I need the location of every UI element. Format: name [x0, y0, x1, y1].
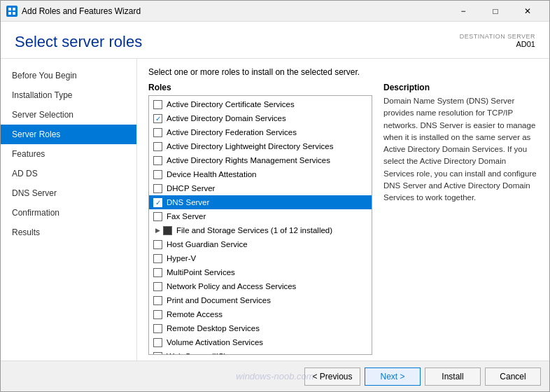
server-name: AD01	[460, 40, 535, 48]
roles-label: Roles	[148, 83, 372, 92]
next-button[interactable]: Next >	[365, 368, 421, 386]
role-checkbox	[153, 212, 162, 221]
svg-rect-0	[8, 8, 11, 10]
role-item-fax[interactable]: Fax Server	[149, 209, 372, 223]
role-label: Hyper-V	[167, 254, 196, 262]
role-checkbox	[153, 310, 162, 319]
title-bar: Add Roles and Features Wizard − □ ✕	[1, 1, 549, 22]
svg-rect-3	[13, 12, 15, 15]
description-text: Domain Name System (DNS) Server provides…	[383, 95, 538, 204]
minimize-button[interactable]: −	[447, 1, 479, 22]
role-checkbox	[153, 296, 162, 305]
role-checkbox	[153, 338, 162, 347]
svg-rect-1	[13, 8, 15, 10]
role-label: MultiPoint Services	[167, 268, 235, 276]
sidebar: Before You BeginInstallation TypeServer …	[1, 59, 137, 360]
roles-list: Active Directory Certificate ServicesAct…	[149, 96, 372, 355]
role-checkbox	[153, 100, 162, 109]
role-label: Active Directory Domain Services	[167, 114, 286, 122]
role-label: Network Policy and Access Services	[167, 282, 296, 290]
page-title: Select server roles	[15, 33, 142, 51]
footer: windows-noob.com < Previous Next > Insta…	[1, 360, 549, 391]
content-wrapper: Select server roles DESTINATION SERVER A…	[1, 22, 549, 360]
role-label: Web Server (IIS)	[167, 352, 226, 355]
role-item-hyper-v[interactable]: Hyper-V	[149, 251, 372, 265]
role-label: Active Directory Rights Management Servi…	[167, 156, 330, 164]
destination-server: DESTINATION SERVER AD01	[460, 33, 535, 48]
roles-section: Roles Active Directory Certificate Servi…	[148, 83, 372, 355]
role-item-host-guardian[interactable]: Host Guardian Service	[149, 237, 372, 251]
panel-instruction: Select one or more roles to install on t…	[137, 59, 549, 83]
roles-list-container[interactable]: Active Directory Certificate ServicesAct…	[148, 95, 372, 355]
checkbox-partial	[163, 226, 172, 235]
role-checkbox	[153, 324, 162, 333]
role-item-ad-rights[interactable]: Active Directory Rights Management Servi…	[149, 153, 372, 167]
role-checkbox	[153, 170, 162, 179]
role-label: Active Directory Certificate Services	[167, 100, 295, 108]
sidebar-item-server-selection[interactable]: Server Selection	[1, 105, 136, 125]
window-controls: − □ ✕	[447, 1, 544, 22]
main-window: Add Roles and Features Wizard − □ ✕ Sele…	[0, 0, 550, 392]
role-item-remote-access[interactable]: Remote Access	[149, 307, 372, 321]
role-item-device-health[interactable]: Device Health Attestation	[149, 167, 372, 181]
sidebar-item-server-roles[interactable]: Server Roles	[1, 125, 136, 144]
role-label: DHCP Server	[167, 184, 215, 192]
role-checkbox	[153, 142, 162, 151]
role-label: Device Health Attestation	[167, 170, 257, 178]
role-label: Volume Activation Services	[167, 338, 263, 346]
destination-label: DESTINATION SERVER	[460, 33, 535, 40]
role-item-web-server[interactable]: Web Server (IIS)	[149, 349, 372, 355]
role-item-network-policy[interactable]: Network Policy and Access Services	[149, 279, 372, 293]
role-label: DNS Server	[167, 198, 209, 206]
window-title: Add Roles and Features Wizard	[22, 6, 447, 16]
role-item-file-storage[interactable]: ▶File and Storage Services (1 of 12 inst…	[149, 223, 372, 237]
sidebar-item-results[interactable]: Results	[1, 223, 136, 242]
sidebar-item-dns-server[interactable]: DNS Server	[1, 183, 136, 203]
sidebar-item-installation-type[interactable]: Installation Type	[1, 85, 136, 105]
role-item-volume-activation[interactable]: Volume Activation Services	[149, 335, 372, 349]
close-button[interactable]: ✕	[512, 1, 544, 22]
watermark: windows-noob.com	[236, 371, 313, 382]
main-panel: Select one or more roles to install on t…	[137, 59, 549, 360]
role-label: Active Directory Lightweight Directory S…	[167, 142, 333, 150]
role-label: Remote Access	[167, 310, 223, 318]
role-label: Fax Server	[167, 212, 206, 220]
sidebar-item-ad-ds[interactable]: AD DS	[1, 164, 136, 183]
sidebar-item-before-you-begin[interactable]: Before You Begin	[1, 66, 136, 85]
description-section: Description Domain Name System (DNS) Ser…	[383, 83, 538, 355]
sidebar-item-confirmation[interactable]: Confirmation	[1, 203, 136, 223]
role-item-dhcp[interactable]: DHCP Server	[149, 181, 372, 195]
previous-button[interactable]: < Previous	[304, 368, 360, 386]
install-button[interactable]: Install	[425, 368, 481, 386]
role-label: File and Storage Services (1 of 12 insta…	[176, 226, 332, 234]
role-item-remote-desktop[interactable]: Remote Desktop Services	[149, 321, 372, 335]
role-checkbox	[153, 198, 162, 207]
page-header: Select server roles DESTINATION SERVER A…	[1, 22, 549, 59]
role-checkbox	[153, 114, 162, 123]
role-item-print-document[interactable]: Print and Document Services	[149, 293, 372, 307]
role-checkbox	[153, 184, 162, 193]
role-label: Remote Desktop Services	[167, 324, 260, 332]
cancel-button[interactable]: Cancel	[485, 368, 541, 386]
role-checkbox	[153, 268, 162, 277]
role-item-ad-cert[interactable]: Active Directory Certificate Services	[149, 97, 372, 111]
svg-rect-2	[8, 12, 11, 15]
description-label: Description	[383, 83, 538, 92]
role-item-multipoint[interactable]: MultiPoint Services	[149, 265, 372, 279]
role-checkbox	[153, 352, 162, 356]
sidebar-item-features[interactable]: Features	[1, 144, 136, 164]
role-item-ad-federation[interactable]: Active Directory Federation Services	[149, 125, 372, 139]
role-item-ad-lightweight[interactable]: Active Directory Lightweight Directory S…	[149, 139, 372, 153]
role-checkbox	[153, 282, 162, 291]
panel-body: Roles Active Directory Certificate Servi…	[137, 83, 549, 360]
role-checkbox	[153, 128, 162, 137]
role-item-dns[interactable]: DNS Server	[149, 195, 372, 209]
role-label: Host Guardian Service	[167, 240, 248, 248]
role-label: Print and Document Services	[167, 296, 271, 304]
role-checkbox	[153, 156, 162, 165]
app-icon	[6, 6, 17, 17]
role-item-ad-domain[interactable]: Active Directory Domain Services	[149, 111, 372, 125]
role-checkbox	[153, 254, 162, 263]
maximize-button[interactable]: □	[479, 1, 512, 22]
role-checkbox	[153, 240, 162, 249]
